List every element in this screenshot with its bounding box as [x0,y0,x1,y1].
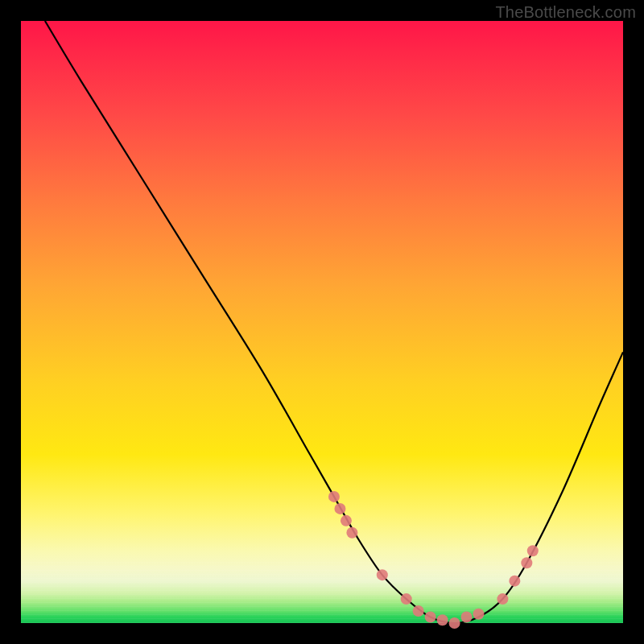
highlight-point [346,527,357,539]
highlight-point [437,614,448,625]
highlight-point [401,593,412,605]
curve-layer [21,21,623,623]
chart-frame: TheBottleneck.com [0,0,644,644]
highlight-point [413,605,424,617]
highlight-point [509,576,520,587]
highlight-point [334,503,345,514]
highlight-point [527,545,539,556]
highlight-point [473,609,484,620]
highlight-point [341,515,352,526]
bottleneck-curve [45,21,623,623]
highlight-point [377,569,388,580]
highlight-point [521,557,532,568]
plot-area [21,21,623,623]
highlight-point [425,612,436,623]
watermark-text: TheBottleneck.com [495,3,636,22]
highlight-point [328,491,340,502]
highlight-point [449,617,460,629]
highlight-point [461,612,473,623]
highlight-point [497,593,508,605]
